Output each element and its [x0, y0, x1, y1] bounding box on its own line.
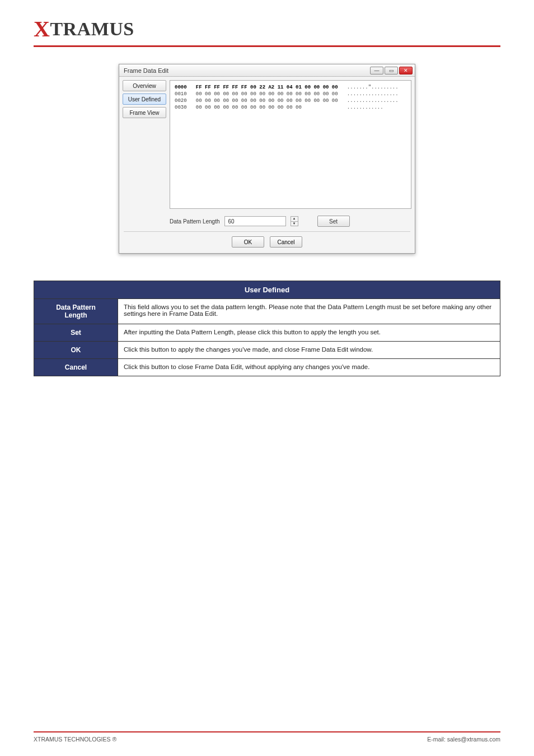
data-pattern-length-value: 60	[228, 218, 235, 225]
row-label: Cancel	[34, 359, 118, 376]
hex-line-2: 0020 00 00 00 00 00 00 00 00 00 00 00 00…	[175, 98, 399, 104]
ok-button[interactable]: OK	[232, 236, 264, 248]
hex-dump-panel[interactable]: 0000 FF FF FF FF FF FF 00 22 A2 11 04 01…	[170, 80, 411, 209]
footer-right: E-mail: sales@xtramus.com	[427, 736, 500, 743]
table-row: Set After inputting the Data Pattern Len…	[34, 324, 500, 342]
hex-offset-0: 0000	[175, 85, 187, 90]
data-pattern-length-label: Data Pattern Length	[170, 218, 220, 225]
hex-bytes-0: FF FF FF FF FF FF 00 22 A2 11 04 01 00 0…	[196, 85, 338, 90]
maximize-button[interactable]: ▭	[385, 67, 398, 74]
row-desc: This field allows you to set the data pa…	[118, 299, 500, 324]
close-button[interactable]: ✕	[399, 67, 413, 74]
data-pattern-length-stepper[interactable]: ▲▼	[291, 216, 298, 226]
dialog-title: Frame Data Edit	[124, 67, 370, 74]
page-footer: XTRAMUS TECHNOLOGIES ® E-mail: sales@xtr…	[34, 731, 500, 743]
table-row: Data Pattern Length This field allows yo…	[34, 299, 500, 324]
table-row: Cancel Click this button to close Frame …	[34, 359, 500, 376]
tab-user-defined[interactable]: User Defined	[123, 94, 166, 105]
row-desc: After inputting the Data Pattern Length,…	[118, 324, 500, 342]
data-pattern-length-input[interactable]: 60	[224, 216, 286, 226]
description-table: User Defined Data Pattern Length This fi…	[34, 281, 500, 376]
row-desc: Click this button to close Frame Data Ed…	[118, 359, 500, 376]
row-desc: Click this button to apply the changes y…	[118, 342, 500, 359]
footer-left: XTRAMUS TECHNOLOGIES ®	[34, 736, 116, 743]
chevron-down-icon[interactable]: ▼	[291, 222, 298, 226]
brand-logo: XTRAMUS	[34, 16, 500, 42]
chevron-up-icon[interactable]: ▲	[291, 217, 298, 222]
set-button[interactable]: Set	[317, 216, 350, 227]
tab-overview[interactable]: Overview	[123, 80, 166, 91]
dialog-titlebar[interactable]: Frame Data Edit — ▭ ✕	[119, 64, 415, 77]
frame-data-edit-dialog: Frame Data Edit — ▭ ✕ Overview User Defi…	[119, 64, 415, 254]
hex-line-3: 0030 00 00 00 00 00 00 00 00 00 00 00 00…	[175, 105, 383, 110]
dialog-sidebar: Overview User Defined Frame View	[123, 80, 166, 209]
row-label: Set	[34, 324, 118, 342]
minimize-button[interactable]: —	[370, 67, 383, 74]
tab-frame-view[interactable]: Frame View	[123, 107, 166, 118]
table-row: OK Click this button to apply the change…	[34, 342, 500, 359]
table-header: User Defined	[34, 281, 500, 299]
row-label: Data Pattern Length	[34, 299, 118, 324]
hex-ascii-0: .......".........	[347, 85, 399, 90]
cancel-button[interactable]: Cancel	[270, 236, 302, 248]
hex-line-1: 0010 00 00 00 00 00 00 00 00 00 00 00 00…	[175, 91, 399, 97]
row-label: OK	[34, 342, 118, 359]
